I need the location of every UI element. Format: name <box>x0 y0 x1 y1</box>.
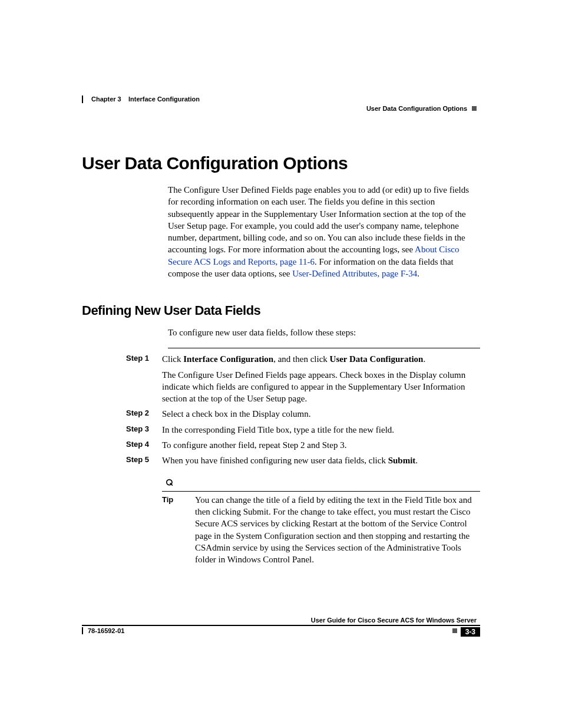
step-label: Step 4 <box>126 439 162 449</box>
chapter-title: Interface Configuration <box>128 95 200 103</box>
step-label: Step 3 <box>126 424 162 433</box>
tip-divider <box>162 491 480 492</box>
footer-square-icon <box>452 628 457 633</box>
step-body: To configure another field, repeat Step … <box>162 439 480 451</box>
tip-label: Tip <box>162 494 195 505</box>
header-right: User Data Configuration Options <box>366 105 480 112</box>
running-header: Chapter 3 Interface Configuration User D… <box>82 95 480 112</box>
step-label: Step 2 <box>126 408 162 417</box>
page-footer: User Guide for Cisco Secure ACS for Wind… <box>82 617 480 637</box>
step-1-note: The Configure User Defined Fields page a… <box>162 369 480 405</box>
section-title: User Data Configuration Options <box>366 105 467 112</box>
step-label: Step 1 <box>126 353 162 363</box>
page-content: Chapter 3 Interface Configuration User D… <box>82 95 480 569</box>
tip-icon: ⌕ <box>166 472 173 490</box>
chapter-num: Chapter 3 <box>91 95 121 103</box>
page-title: User Data Configuration Options <box>82 153 480 173</box>
intro-paragraph: The Configure User Defined Fields page e… <box>168 184 480 279</box>
footer-page-number: 3-3 <box>461 627 480 637</box>
step-2: Step 2 Select a check box in the Display… <box>126 408 480 420</box>
footer-docnum: 78-16592-01 <box>82 627 124 634</box>
steps-block: Step 1 Click Interface Configuration, an… <box>126 348 480 565</box>
step-label: Step 5 <box>126 454 162 464</box>
step-body: In the corresponding Field Title box, ty… <box>162 424 480 436</box>
tip-block: ⌕ Tip You can change the title of a fiel… <box>162 472 480 565</box>
step-body: Click Interface Configuration, and then … <box>162 353 480 404</box>
steps-divider <box>168 348 480 348</box>
step-5: Step 5 When you have finished configurin… <box>126 454 480 565</box>
step-body: When you have finished configuring new u… <box>162 454 480 565</box>
header-left: Chapter 3 Interface Configuration <box>82 95 200 103</box>
section-intro: To configure new user data fields, follo… <box>168 327 480 338</box>
step-3: Step 3 In the corresponding Field Title … <box>126 424 480 436</box>
step-1: Step 1 Click Interface Configuration, an… <box>126 353 480 404</box>
header-square-icon <box>472 106 477 111</box>
intro-text-1: The Configure User Defined Fields page e… <box>168 185 469 254</box>
step-body: Select a check box in the Display column… <box>162 408 480 420</box>
step-4: Step 4 To configure another field, repea… <box>126 439 480 451</box>
section-heading: Defining New User Data Fields <box>82 303 480 318</box>
intro-text-3: . <box>417 269 419 278</box>
xref-user-defined-attrs[interactable]: User-Defined Attributes, page F-34 <box>292 269 417 278</box>
footer-guide-title: User Guide for Cisco Secure ACS for Wind… <box>311 617 477 624</box>
tip-body: You can change the title of a field by e… <box>195 494 480 566</box>
section-intro-text: To configure new user data fields, follo… <box>168 327 480 338</box>
